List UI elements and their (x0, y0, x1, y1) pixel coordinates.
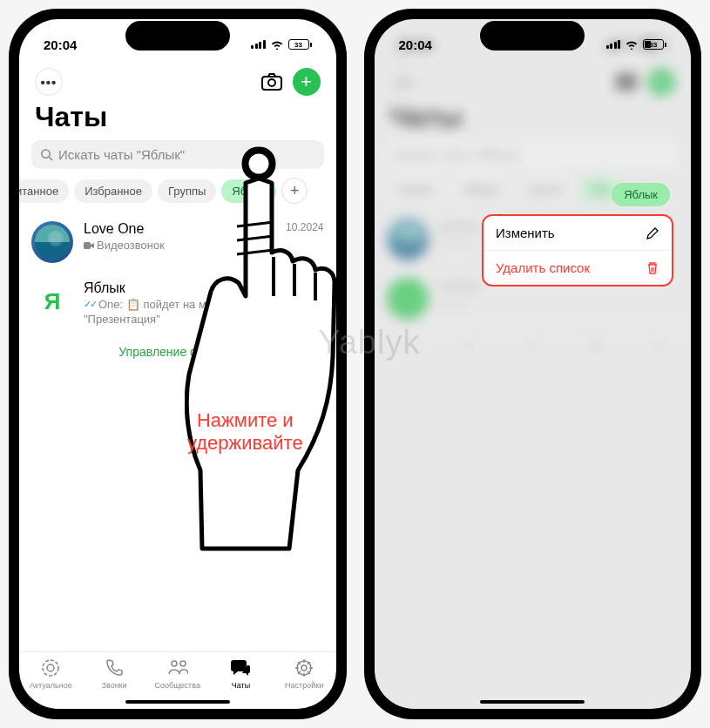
battery-icon: 33 (643, 39, 666, 50)
avatar[interactable]: Я (31, 280, 73, 322)
tab-calls[interactable]: Звонки (83, 657, 146, 690)
menu-item-label: Удалить список (496, 260, 590, 275)
chat-date: 10.2024 (286, 221, 323, 237)
phone-frame-left: 20:04 33 ••• + Чаты Искать чаты "Яблык" … (9, 9, 347, 719)
home-indicator[interactable] (125, 700, 230, 704)
video-icon (84, 241, 94, 250)
status-icons: 33 (251, 39, 312, 50)
filter-chip-favorites[interactable]: Избранное (74, 179, 152, 203)
filter-chip-yablyk[interactable]: Яблык (221, 179, 276, 203)
notch (480, 21, 585, 51)
search-placeholder: Искать чаты "Яблык" (58, 147, 185, 162)
context-menu: Изменить Удалить список (482, 214, 673, 286)
communities-icon (167, 658, 188, 677)
menu-item-label: Изменить (496, 226, 555, 240)
pencil-icon (646, 226, 659, 240)
tab-settings[interactable]: Настройки (273, 657, 336, 690)
tab-communities[interactable]: Сообщества (145, 657, 209, 690)
menu-item-delete[interactable]: Удалить список (483, 250, 672, 285)
signal-icon (606, 40, 621, 49)
svg-point-6 (47, 664, 54, 671)
camera-icon[interactable] (261, 73, 282, 91)
chat-row[interactable]: Love One 10.2024 Видеозвонок (19, 212, 336, 272)
trash-icon (646, 261, 659, 275)
chats-icon (230, 658, 251, 677)
status-icons: 33 (606, 39, 667, 50)
gear-icon (294, 658, 314, 677)
signal-icon (251, 40, 266, 49)
tab-chats[interactable]: Чаты (209, 657, 273, 690)
time: 20:04 (399, 37, 432, 52)
svg-rect-4 (84, 242, 91, 249)
filter-chip-groups[interactable]: Группы (158, 179, 216, 203)
page-title: Чаты (19, 99, 336, 140)
svg-point-7 (172, 661, 177, 666)
phone-icon (105, 658, 124, 677)
manage-list-link[interactable]: Управление списком (19, 334, 336, 369)
wifi-icon (625, 39, 639, 50)
tab-updates[interactable]: Актуальное (19, 657, 83, 690)
search-input[interactable]: Искать чаты "Яблык" (31, 140, 324, 169)
svg-line-3 (49, 157, 52, 160)
chat-subtitle-line2: "Презентация" (84, 313, 160, 326)
menu-button[interactable]: ••• (35, 68, 63, 96)
annotation-text: Нажмите и удерживайте (187, 409, 303, 455)
updates-icon (40, 657, 61, 678)
avatar[interactable] (31, 221, 73, 263)
battery-icon: 33 (288, 39, 312, 50)
chat-row[interactable]: Я Яблык 06.08.2024 ✓✓ One: 📋 пойдет на м… (19, 272, 336, 334)
add-button[interactable]: + (293, 68, 321, 96)
screen-right: 20:04 33 ••• + Чаты Искать чаты "Яблык" … (375, 19, 692, 709)
filter-chip-unread[interactable]: итанное (19, 179, 69, 203)
svg-point-2 (42, 150, 50, 158)
chat-name: Яблык (84, 280, 125, 296)
chat-name: Love One (84, 221, 144, 237)
home-indicator[interactable] (480, 700, 585, 704)
blurred-background: 20:04 33 ••• + Чаты Искать чаты "Яблык" … (375, 19, 692, 709)
phone-frame-right: 20:04 33 ••• + Чаты Искать чаты "Яблык" … (364, 9, 702, 719)
chat-date: 06.08.2024 (271, 280, 323, 296)
notch (125, 21, 230, 51)
filter-add-button[interactable]: + (281, 178, 308, 204)
filter-chip-yablyk-active[interactable]: Яблык (612, 183, 670, 206)
wifi-icon (270, 39, 284, 50)
search-icon (40, 148, 53, 161)
chat-subtitle: Видеозвонок (97, 239, 165, 252)
time: 20:04 (44, 37, 77, 52)
svg-point-5 (43, 660, 58, 676)
filter-chips[interactable]: итанное Избранное Группы Яблык + (19, 178, 336, 212)
svg-point-10 (301, 665, 307, 671)
read-ticks-icon: ✓✓ (84, 299, 96, 310)
svg-point-1 (268, 79, 275, 86)
svg-point-8 (180, 661, 186, 666)
navbar: ••• + (19, 63, 336, 99)
menu-item-edit[interactable]: Изменить (483, 216, 672, 250)
screen-left: 20:04 33 ••• + Чаты Искать чаты "Яблык" … (19, 19, 336, 709)
chat-subtitle: One: 📋 пойдет на ме (98, 298, 213, 311)
